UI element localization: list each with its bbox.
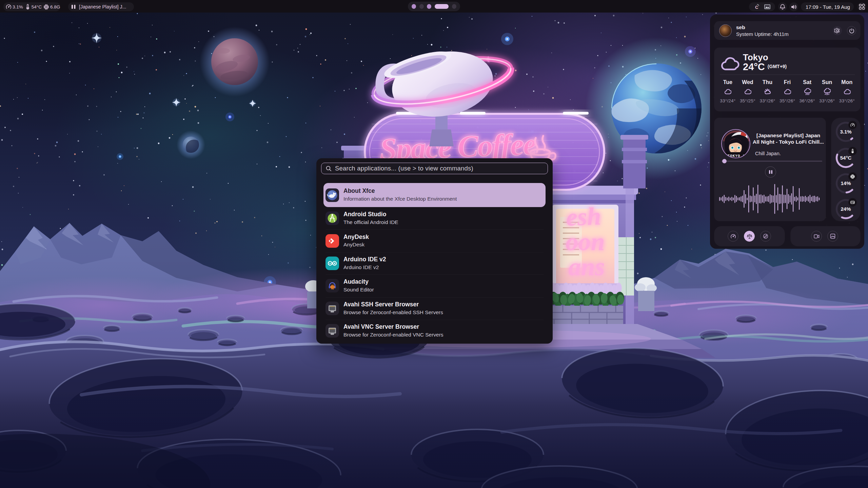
svg-text:3.1%: 3.1% [840, 129, 851, 135]
svg-text:ans: ans [569, 253, 605, 281]
svg-text:24%: 24% [841, 206, 851, 212]
svg-text:14%: 14% [841, 180, 851, 186]
svg-text:TOKYO L: TOKYO L [727, 154, 745, 158]
svg-text:C: C [755, 5, 758, 10]
svg-text:esh: esh [566, 202, 601, 231]
svg-text:54°C: 54°C [840, 155, 852, 161]
svg-text:oon: oon [566, 228, 605, 256]
